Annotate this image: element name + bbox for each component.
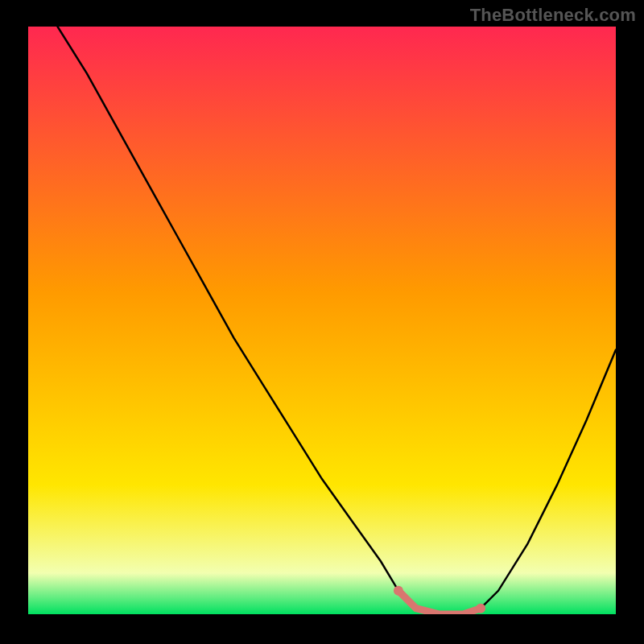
chart-svg bbox=[28, 27, 616, 614]
watermark-text: TheBottleneck.com bbox=[470, 5, 636, 26]
gradient-background bbox=[28, 27, 616, 614]
chart-container: TheBottleneck.com bbox=[0, 0, 644, 644]
plot-area bbox=[28, 27, 616, 614]
highlight-end-dot bbox=[476, 604, 485, 613]
highlight-start-dot bbox=[394, 586, 403, 596]
